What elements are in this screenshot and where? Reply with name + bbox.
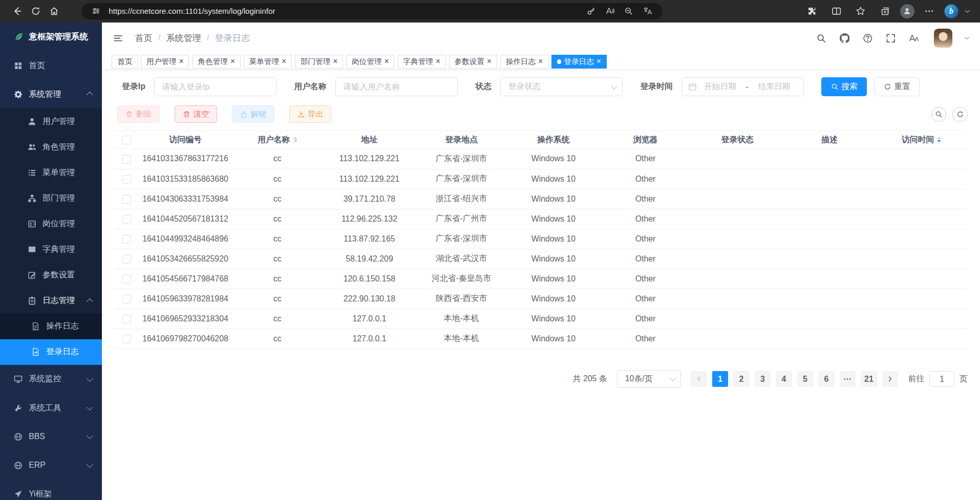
sidebar-panel-caret-icon[interactable]	[964, 8, 971, 15]
sort-carets-icon[interactable]	[937, 137, 941, 142]
sidebar-item-bbs[interactable]: BBS	[0, 422, 102, 451]
row-checkbox[interactable]	[122, 335, 131, 343]
sidebar-item-login-log[interactable]: 登录日志	[0, 339, 102, 365]
clear-button[interactable]: 清空	[175, 105, 217, 123]
page-size-select[interactable]: 10条/页	[617, 370, 681, 387]
tab-close-icon[interactable]: ×	[282, 57, 286, 66]
sidebar-item-param-settings[interactable]: 参数设置	[0, 263, 102, 288]
sort-carets-icon[interactable]	[293, 137, 297, 142]
tab[interactable]: 菜单管理 ×	[244, 55, 292, 69]
table-row[interactable]: 1641043063331753984 cc 39.171.210.78 浙江省…	[114, 189, 967, 209]
reset-button[interactable]: 重置	[875, 77, 920, 96]
tab[interactable]: 角色管理 ×	[193, 55, 241, 69]
translate-icon[interactable]	[640, 5, 655, 18]
sidebar-item-dict-management[interactable]: 字典管理	[0, 237, 102, 263]
hamburger-icon[interactable]	[111, 31, 125, 45]
tab-close-icon[interactable]: ×	[538, 57, 543, 66]
site-permissions-icon[interactable]	[89, 5, 103, 18]
table-row[interactable]: 1641054566717984768 cc 120.6.150.158 河北省…	[114, 269, 967, 289]
row-checkbox[interactable]	[122, 295, 131, 303]
page-number-button[interactable]: 1	[712, 371, 729, 387]
tab[interactable]: 岗位管理 ×	[346, 55, 394, 69]
sidebar-item-home[interactable]: 首页	[0, 51, 102, 80]
page-number-button[interactable]: 6	[818, 371, 835, 387]
browser-profile-avatar[interactable]	[900, 4, 914, 18]
header-search-icon[interactable]	[815, 31, 828, 45]
extensions-icon[interactable]	[802, 3, 821, 20]
table-row[interactable]: 1641069652933218304 cc 127.0.0.1 本地-本机 W…	[114, 309, 967, 329]
sidebar-item-yi-framework[interactable]: Yi框架	[0, 480, 102, 499]
search-button[interactable]: 搜索	[821, 77, 867, 96]
tab-close-icon[interactable]: ×	[596, 57, 601, 66]
sidebar-item-system-monitor[interactable]: 系统监控	[0, 365, 102, 394]
address-bar[interactable]: https://ccnetcore.com:1101/system/log/lo…	[81, 3, 663, 19]
row-checkbox[interactable]	[122, 255, 131, 264]
col-username[interactable]: 用户名称	[231, 131, 324, 149]
tab-close-icon[interactable]: ×	[333, 57, 337, 66]
table-row[interactable]: 1641059633978281984 cc 222.90.130.18 陕西省…	[114, 289, 967, 309]
browser-back-button[interactable]	[8, 3, 27, 20]
select-all-checkbox[interactable]	[122, 136, 131, 144]
row-checkbox[interactable]	[122, 155, 131, 164]
browser-home-button[interactable]	[45, 3, 64, 20]
tab[interactable]: 字典管理 ×	[398, 55, 446, 69]
table-row[interactable]: 1641069798270046208 cc 127.0.0.1 本地-本机 W…	[114, 329, 967, 349]
browser-settings-icon[interactable]	[920, 3, 939, 20]
user-avatar[interactable]	[934, 29, 953, 48]
row-checkbox[interactable]	[122, 275, 131, 284]
tab-close-icon[interactable]: ×	[436, 57, 440, 66]
prev-page-button[interactable]	[691, 371, 707, 387]
zoom-out-icon[interactable]	[621, 5, 636, 18]
login-time-range-picker[interactable]: 开始日期 - 结束日期	[681, 77, 804, 96]
tab[interactable]: 登录日志 ×	[551, 55, 607, 69]
breadcrumb-home[interactable]: 首页	[135, 32, 153, 44]
copilot-bing-icon[interactable]: b	[945, 5, 958, 18]
page-number-button[interactable]: 21	[861, 371, 877, 387]
username-input[interactable]	[335, 77, 458, 96]
github-icon[interactable]	[838, 31, 851, 45]
page-number-button[interactable]: 2	[733, 371, 750, 387]
sidebar-item-erp[interactable]: ERP	[0, 451, 102, 480]
sidebar-item-post-management[interactable]: 岗位管理	[0, 211, 102, 237]
row-checkbox[interactable]	[122, 235, 131, 244]
collections-icon[interactable]	[876, 3, 894, 20]
sidebar-item-role-management[interactable]: 角色管理	[0, 134, 102, 160]
goto-page-input[interactable]	[929, 371, 954, 387]
sidebar-item-dept-management[interactable]: 部门管理	[0, 186, 102, 211]
sidebar-item-user-management[interactable]: 用户管理	[0, 108, 102, 134]
password-key-icon[interactable]	[584, 5, 599, 18]
tab[interactable]: 部门管理 ×	[295, 55, 343, 69]
favorites-icon[interactable]	[851, 3, 870, 20]
table-row[interactable]: 1641044993248464896 cc 113.87.92.165 广东省…	[114, 229, 967, 249]
split-screen-icon[interactable]	[827, 3, 846, 20]
tab[interactable]: 操作日志 ×	[500, 55, 548, 69]
sidebar-item-log-management[interactable]: 日志管理	[0, 288, 102, 314]
table-row[interactable]: 1641031533185863680 cc 113.102.129.221 广…	[114, 169, 967, 189]
browser-reload-button[interactable]	[26, 3, 45, 20]
page-number-button[interactable]: 5	[797, 371, 814, 387]
next-page-button[interactable]	[882, 371, 899, 387]
tab-close-icon[interactable]: ×	[179, 57, 183, 66]
sidebar-item-system-management[interactable]: 系统管理	[0, 80, 102, 108]
read-aloud-icon[interactable]	[603, 5, 617, 18]
table-row[interactable]: 1641044520567181312 cc 112.96.225.132 广东…	[114, 209, 967, 229]
row-checkbox[interactable]	[122, 215, 131, 224]
row-checkbox[interactable]	[122, 175, 131, 184]
sidebar-item-system-tools[interactable]: 系统工具	[0, 394, 102, 422]
status-select[interactable]: 登录状态	[500, 77, 623, 96]
tab-close-icon[interactable]: ×	[384, 57, 389, 66]
toggle-search-button[interactable]	[931, 107, 946, 122]
table-row[interactable]: 1641031367863177216 cc 113.102.129.221 广…	[114, 149, 967, 169]
font-size-icon[interactable]	[907, 31, 921, 45]
page-number-button[interactable]: 4	[776, 371, 792, 387]
breadcrumb-system[interactable]: 系统管理	[166, 32, 201, 44]
sidebar-item-operation-log[interactable]: 操作日志	[0, 314, 102, 339]
app-logo[interactable]: 意框架管理系统	[0, 23, 102, 51]
page-number-button[interactable]: 3	[755, 371, 771, 387]
export-button[interactable]: 导出	[289, 105, 332, 123]
refresh-table-button[interactable]	[952, 107, 967, 122]
sidebar-item-menu-management[interactable]: 菜单管理	[0, 160, 102, 185]
delete-button[interactable]: 删除	[117, 105, 160, 123]
row-checkbox[interactable]	[122, 315, 131, 323]
login-ip-input[interactable]	[154, 77, 276, 96]
